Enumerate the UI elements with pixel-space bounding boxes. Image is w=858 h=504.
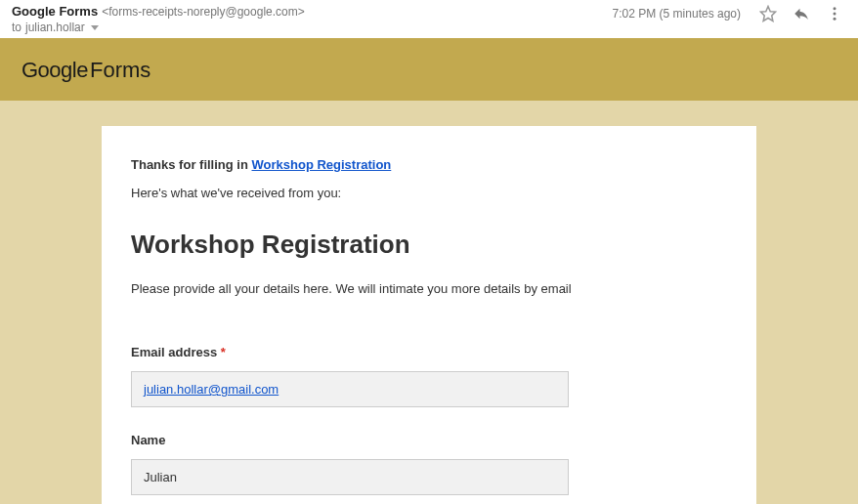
recipient-name: julian.hollar [25, 21, 85, 34]
thanks-prefix: Thanks for filling in [131, 157, 252, 172]
email-body: GoogleForms Thanks for filling in Worksh… [0, 38, 858, 504]
form-title: Workshop Registration [131, 230, 727, 260]
recipient-line[interactable]: to julian.hollar [12, 21, 613, 34]
thanks-line: Thanks for filling in Workshop Registrat… [131, 157, 727, 172]
email-header: Google Forms <forms-receipts-noreply@goo… [0, 0, 858, 38]
star-icon[interactable] [758, 4, 778, 23]
more-icon[interactable] [825, 4, 844, 23]
timestamp: 7:02 PM (5 minutes ago) [613, 7, 741, 21]
label-text: Email address [131, 345, 221, 359]
banner: GoogleForms [0, 38, 858, 101]
sender-email: <forms-receipts-noreply@google.com> [102, 5, 305, 19]
sender-name: Google Forms [12, 4, 98, 19]
received-line: Here's what we've received from you: [131, 186, 727, 200]
logo-google: Google [21, 58, 88, 82]
form-description: Please provide all your details here. We… [131, 281, 727, 296]
svg-point-2 [834, 13, 837, 16]
field-value-email[interactable]: julian.hollar@gmail.com [131, 371, 569, 407]
reply-icon[interactable] [792, 4, 811, 23]
field-name: Name Julian [131, 433, 727, 495]
required-star: * [221, 345, 226, 359]
svg-marker-0 [761, 7, 776, 21]
svg-point-1 [834, 7, 837, 10]
field-value-name: Julian [131, 459, 569, 495]
header-left: Google Forms <forms-receipts-noreply@goo… [12, 4, 613, 34]
header-right: 7:02 PM (5 minutes ago) [613, 4, 844, 23]
field-email: Email address * julian.hollar@gmail.com [131, 345, 727, 407]
sender-line: Google Forms <forms-receipts-noreply@goo… [12, 4, 613, 19]
chevron-down-icon[interactable] [91, 25, 99, 30]
content-card: Thanks for filling in Workshop Registrat… [102, 126, 756, 504]
form-link[interactable]: Workshop Registration [252, 157, 392, 172]
recipient-prefix: to [12, 21, 21, 34]
svg-point-3 [834, 18, 837, 21]
google-forms-logo: GoogleForms [21, 58, 150, 82]
content-outer: Thanks for filling in Workshop Registrat… [0, 101, 858, 504]
logo-forms: Forms [90, 58, 150, 82]
field-label-email: Email address * [131, 345, 727, 359]
field-label-name: Name [131, 433, 727, 447]
